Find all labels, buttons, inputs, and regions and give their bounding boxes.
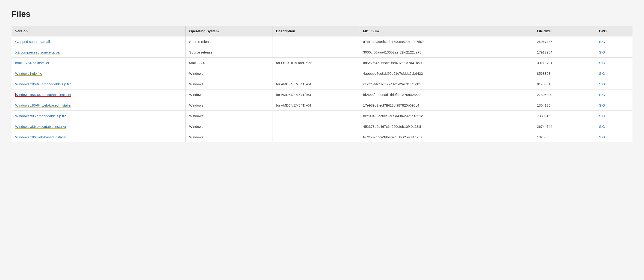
cell-os: Windows [185, 100, 272, 111]
table-row: Windows x86-64 executable installerWindo… [12, 90, 632, 100]
file-link[interactable]: Windows x86 executable installer [15, 125, 66, 129]
cell-version: Windows x86-64 embeddable zip file [12, 79, 185, 90]
sig-link[interactable]: SIG [599, 72, 605, 75]
cell-os: Source release [185, 47, 272, 58]
cell-version: Windows x86 embeddable zip file [12, 111, 185, 121]
header-description: Description [272, 26, 359, 37]
file-link[interactable]: macOS 64-bit installer [15, 61, 49, 65]
table-row: Windows x86 embeddable zip fileWindows8e… [12, 111, 632, 121]
cell-md5: 3000cf50aaa413052aef82fd2122ca78 [359, 47, 533, 58]
cell-os: Windows [185, 111, 272, 121]
cell-os: Source release [185, 37, 272, 47]
cell-filesize: 24067487 [533, 37, 595, 47]
cell-filesize: 8568303 [533, 68, 595, 79]
cell-description: for AMD64/EM64T/x64 [272, 100, 359, 111]
sig-link[interactable]: SIG [599, 135, 605, 139]
cell-md5: fd2458fa0e9ead1dd9fbc2370a42853b [359, 90, 533, 100]
sig-link[interactable]: SIG [599, 50, 605, 54]
cell-md5: dd5e7f64e255d21f8d407f39a7a41ba9 [359, 58, 533, 68]
table-row: Windows x86-64 embeddable zip fileWindow… [12, 79, 632, 90]
table-row: Windows x86-64 web-based installerWindow… [12, 100, 632, 111]
table-row: macOS 64-bit installerMac OS Xfor OS X 1… [12, 58, 632, 68]
header-gpg: GPG [595, 26, 632, 37]
file-link[interactable]: Windows x86 embeddable zip file [15, 114, 66, 118]
table-row: Windows help fileWindows4aeeebd7cc8dd90d… [12, 68, 632, 79]
cell-description: for OS X 10.9 and later [272, 58, 359, 68]
cell-gpg: SIG [595, 100, 632, 111]
cell-version: Windows x86-64 executable installer [12, 90, 185, 100]
cell-os: Mac OS X [185, 58, 272, 68]
file-link[interactable]: Windows x86-64 web-based installer [15, 103, 72, 108]
cell-md5: 452373e2c467c14220efeb10f40c231f [359, 121, 533, 132]
header-md5: MD5 Sum [359, 26, 533, 37]
cell-gpg: SIG [595, 132, 632, 143]
sig-link[interactable]: SIG [599, 82, 605, 86]
cell-os: Windows [185, 90, 272, 100]
cell-gpg: SIG [595, 121, 632, 132]
cell-os: Windows [185, 132, 272, 143]
cell-filesize: 1364136 [533, 100, 595, 111]
sig-link[interactable]: SIG [599, 93, 605, 97]
cell-gpg: SIG [595, 111, 632, 121]
header-version: Version [12, 26, 185, 37]
page-title: Files [12, 9, 632, 19]
cell-description [272, 47, 359, 58]
cell-md5: 4aeeebd7cc8dd90d61e7cfdda9cb9422 [359, 68, 533, 79]
file-link[interactable]: Windows x86 web-based installer [15, 135, 66, 139]
sig-link[interactable]: SIG [599, 114, 605, 118]
table-row: Windows x86 executable installerWindows4… [12, 121, 632, 132]
cell-gpg: SIG [595, 79, 632, 90]
cell-gpg: SIG [595, 90, 632, 100]
table-header-row: Version Operating System Description MD5… [12, 26, 632, 37]
table-row: Gzipped source tarballSource releasea7c1… [12, 37, 632, 47]
sig-link[interactable]: SIG [599, 125, 605, 128]
cell-md5: fe72582bbca3dbe07451fd05ece1d752 [359, 132, 533, 143]
cell-filesize: 17912964 [533, 47, 595, 58]
cell-version: XZ compressed source tarball [12, 47, 185, 58]
cell-filesize: 27805800 [533, 90, 595, 100]
cell-description [272, 37, 359, 47]
header-os: Operating System [185, 26, 272, 37]
cell-version: Windows x86 web-based installer [12, 132, 185, 143]
cell-filesize: 26744744 [533, 121, 595, 132]
cell-md5: 17e989d2fecf7f9f13cf987825b695c4 [359, 100, 533, 111]
cell-version: Windows help file [12, 68, 185, 79]
cell-md5: 8ee09403ec0cc2e89d43b4a4f6d1521e [359, 111, 533, 121]
cell-gpg: SIG [595, 37, 632, 47]
cell-description [272, 121, 359, 132]
cell-description [272, 111, 359, 121]
cell-filesize: 7330315 [533, 111, 595, 121]
cell-md5: c12ffe7f4c1b447241d5d2aedc9b5d01 [359, 79, 533, 90]
cell-description: for AMD64/EM64T/x64 [272, 79, 359, 90]
cell-filesize: 1325800 [533, 132, 595, 143]
table-row: XZ compressed source tarballSource relea… [12, 47, 632, 58]
table-row: Windows x86 web-based installerWindowsfe… [12, 132, 632, 143]
cell-filesize: 8175801 [533, 79, 595, 90]
file-link[interactable]: Windows x86-64 embeddable zip file [15, 82, 72, 86]
cell-description: for AMD64/EM64T/x64 [272, 90, 359, 100]
file-link[interactable]: XZ compressed source tarball [15, 50, 61, 55]
cell-version: Gzipped source tarball [12, 37, 185, 47]
file-link[interactable]: Gzipped source tarball [15, 40, 50, 44]
cell-os: Windows [185, 121, 272, 132]
cell-version: macOS 64-bit installer [12, 58, 185, 68]
files-table: Version Operating System Description MD5… [12, 26, 632, 142]
cell-os: Windows [185, 79, 272, 90]
cell-description [272, 132, 359, 143]
cell-gpg: SIG [595, 47, 632, 58]
sig-link[interactable]: SIG [599, 40, 605, 44]
cell-version: Windows x86-64 web-based installer [12, 100, 185, 111]
cell-md5: a7c10a2ac9d62de75a0ca5204e2e7d07 [359, 37, 533, 47]
sig-link[interactable]: SIG [599, 103, 605, 107]
cell-os: Windows [185, 68, 272, 79]
file-link[interactable]: Windows x86-64 executable installer [15, 93, 71, 97]
cell-description [272, 68, 359, 79]
cell-gpg: SIG [595, 68, 632, 79]
cell-version: Windows x86 executable installer [12, 121, 185, 132]
file-link[interactable]: Windows help file [15, 72, 42, 76]
cell-filesize: 30119781 [533, 58, 595, 68]
sig-link[interactable]: SIG [599, 61, 605, 65]
header-filesize: File Size [533, 26, 595, 37]
cell-gpg: SIG [595, 58, 632, 68]
